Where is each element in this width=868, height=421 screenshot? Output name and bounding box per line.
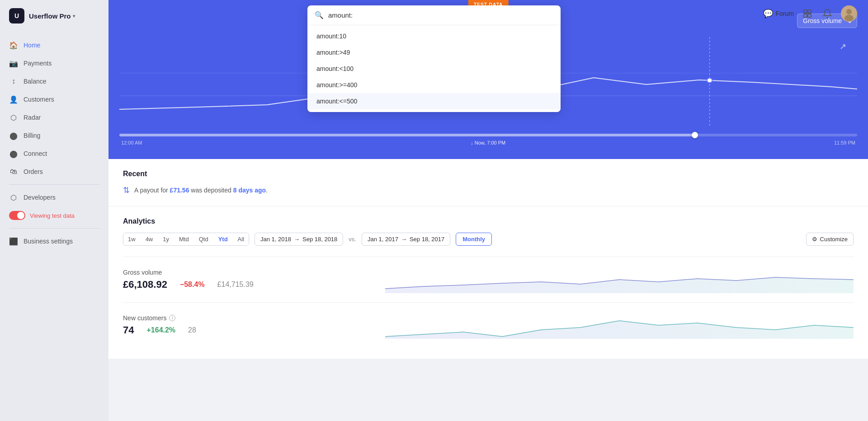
metric-secondary-0: £14,715.39 xyxy=(217,281,254,289)
chart-line-icon: ↗ xyxy=(840,42,846,51)
vs-label: vs. xyxy=(349,236,356,243)
gear-icon: ⚙ xyxy=(812,236,817,243)
search-icon: 🔍 xyxy=(315,11,324,19)
app-logo: U xyxy=(9,8,24,23)
sidebar-item-home[interactable]: 🏠Home xyxy=(0,36,108,54)
monthly-button[interactable]: Monthly xyxy=(456,233,492,246)
metric-values-0: £6,108.92 −58.4% £14,715.39 xyxy=(123,279,376,290)
svg-rect-1 xyxy=(808,10,811,13)
sidebar-item-orders[interactable]: 🛍Orders xyxy=(0,163,108,181)
home-icon: 🏠 xyxy=(9,41,18,50)
metric-name-1: New customersi xyxy=(123,314,376,322)
time-current: ↓ Now, 7:00 PM xyxy=(471,140,505,145)
suggestion-item[interactable]: amount:<100 xyxy=(307,61,561,77)
svg-point-5 xyxy=(846,9,852,14)
metric-name-0: Gross volume xyxy=(123,269,376,276)
balance-icon: ↕ xyxy=(9,77,18,86)
customers-icon: 👤 xyxy=(9,95,18,104)
payout-days: 8 days ago xyxy=(233,187,266,194)
suggestion-item[interactable]: amount:10 xyxy=(307,28,561,44)
radar-icon: ⬡ xyxy=(9,113,18,122)
sidebar: U Userflow Pro ▾ 🏠Home📷Payments↕Balance👤… xyxy=(0,0,108,421)
metrics-container: Gross volume £6,108.92 −58.4% £14,715.39 xyxy=(123,257,854,348)
preset-4w[interactable]: 4w xyxy=(141,233,158,245)
metric-values-1: 74 +164.2% 28 xyxy=(123,324,376,336)
metric-chart-0 xyxy=(385,266,854,293)
metric-row-1: New customersi 74 +164.2% 28 xyxy=(123,302,854,348)
payments-icon: 📷 xyxy=(9,59,18,68)
preset-mtd[interactable]: Mtd xyxy=(175,233,193,245)
sidebar-item-radar[interactable]: ⬡Radar xyxy=(0,108,108,126)
suggestion-item[interactable]: amount:>=400 xyxy=(307,77,561,93)
sidebar-item-payments[interactable]: 📷Payments xyxy=(0,54,108,72)
svg-point-6 xyxy=(844,15,854,21)
metric-primary-1: 74 xyxy=(123,324,134,336)
search-input[interactable] xyxy=(328,11,553,19)
sidebar-item-business-settings[interactable]: ⬛ Business settings xyxy=(0,232,108,250)
recent-title: Recent xyxy=(123,170,854,178)
suggestion-item[interactable]: amount:>49 xyxy=(307,44,561,61)
sidebar-item-balance[interactable]: ↕Balance xyxy=(0,72,108,90)
orders-icon: 🛍 xyxy=(9,167,18,176)
metric-chart-1 xyxy=(385,312,854,339)
customize-button[interactable]: ⚙ Customize xyxy=(806,233,854,246)
metric-labels-1: New customersi 74 +164.2% 28 xyxy=(123,314,376,336)
sidebar-item-connect[interactable]: ⬤Connect xyxy=(0,145,108,163)
developers-icon: ⬡ xyxy=(9,193,18,202)
preset-1y[interactable]: 1y xyxy=(158,233,174,245)
avatar[interactable] xyxy=(841,5,857,22)
forum-link[interactable]: 💬 Forum xyxy=(763,9,794,19)
layers-icon[interactable] xyxy=(801,7,814,20)
settings-icon: ⬛ xyxy=(9,237,18,246)
test-data-label: Viewing test data xyxy=(30,212,75,219)
info-icon[interactable]: i xyxy=(169,315,175,321)
date-range-2[interactable]: Jan 1, 2017 → Sep 18, 2017 xyxy=(362,233,450,246)
sidebar-nav: 🏠Home📷Payments↕Balance👤Customers⬡Radar⬤B… xyxy=(0,32,108,421)
svg-point-10 xyxy=(707,78,712,83)
test-data-toggle[interactable]: Viewing test data xyxy=(0,206,108,225)
date-range-1[interactable]: Jan 1, 2018 → Sep 18, 2018 xyxy=(255,233,343,246)
chevron-down-icon: ▾ xyxy=(73,14,75,19)
app-name[interactable]: Userflow Pro ▾ xyxy=(29,12,75,20)
metric-change-1: +164.2% xyxy=(146,326,175,334)
payout-icon: ⇅ xyxy=(123,185,130,195)
time-start: 12:00 AM xyxy=(121,140,142,145)
toggle-switch[interactable] xyxy=(9,211,25,220)
metric-row-0: Gross volume £6,108.92 −58.4% £14,715.39 xyxy=(123,257,854,302)
search-suggestions: amount:10amount:>49amount:<100amount:>=4… xyxy=(307,25,561,112)
svg-rect-3 xyxy=(808,14,811,17)
nav-divider-2 xyxy=(9,228,99,229)
nav-divider xyxy=(9,184,99,185)
preset-all[interactable]: All xyxy=(233,233,249,245)
analytics-title: Analytics xyxy=(123,217,854,225)
svg-rect-2 xyxy=(804,14,807,17)
time-presets: 1w4w1yMtdQtdYtdAll xyxy=(123,233,249,246)
search-input-row: 🔍 xyxy=(307,5,561,25)
analytics-controls: 1w4w1yMtdQtdYtdAll Jan 1, 2018 → Sep 18,… xyxy=(123,233,854,246)
sidebar-item-developers[interactable]: ⬡ Developers xyxy=(0,188,108,206)
billing-icon: ⬤ xyxy=(9,131,18,140)
time-axis: 12:00 AM ↓ Now, 7:00 PM 11:59 PM xyxy=(119,140,857,145)
sidebar-item-customers[interactable]: 👤Customers xyxy=(0,90,108,108)
analytics-section: Analytics 1w4w1yMtdQtdYtdAll Jan 1, 2018… xyxy=(108,206,868,359)
metric-change-0: −58.4% xyxy=(180,281,205,289)
payout-notice: ⇅ A payout for £71.56 was deposited 8 da… xyxy=(123,185,854,195)
recent-section: Recent ⇅ A payout for £71.56 was deposit… xyxy=(108,159,868,206)
preset-1w[interactable]: 1w xyxy=(123,233,140,245)
search-box: 🔍 amount:10amount:>49amount:<100amount:>… xyxy=(307,5,561,112)
chat-icon: 💬 xyxy=(763,9,773,19)
suggestion-item[interactable]: amount:<=500 xyxy=(307,93,561,109)
payout-amount: £71.56 xyxy=(170,187,189,194)
time-end: 11:59 PM xyxy=(834,140,855,145)
preset-ytd[interactable]: Ytd xyxy=(214,233,232,245)
sidebar-header: U Userflow Pro ▾ xyxy=(0,0,108,32)
metric-primary-0: £6,108.92 xyxy=(123,279,167,290)
connect-icon: ⬤ xyxy=(9,149,18,158)
metric-labels-0: Gross volume £6,108.92 −58.4% £14,715.39 xyxy=(123,269,376,290)
preset-qtd[interactable]: Qtd xyxy=(194,233,213,245)
svg-rect-0 xyxy=(804,10,807,13)
metric-secondary-1: 28 xyxy=(188,326,196,334)
sidebar-item-billing[interactable]: ⬤Billing xyxy=(0,126,108,145)
payout-text: A payout for £71.56 was deposited 8 days… xyxy=(134,187,268,194)
bell-icon[interactable] xyxy=(821,7,834,20)
